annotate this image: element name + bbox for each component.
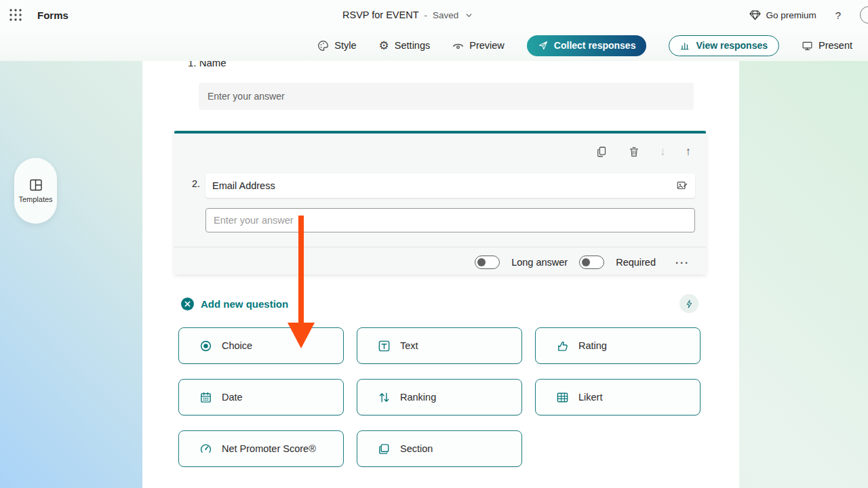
go-premium-button[interactable]: Go premium xyxy=(749,10,816,20)
copy-icon[interactable] xyxy=(596,146,608,158)
question-type-likert[interactable]: Likert xyxy=(535,379,701,415)
question-type-label: Text xyxy=(400,340,418,351)
settings-button[interactable]: ⚙ Settings xyxy=(379,40,431,52)
forms-app-window: Forms RSVP for EVENT - Saved Go premium … xyxy=(0,0,868,488)
lightning-bolt-icon xyxy=(685,300,694,308)
question-toolbar: ↓ ↑ xyxy=(596,146,691,158)
question-type-nps[interactable]: Net Promoter Score® xyxy=(178,430,344,467)
add-new-question-label[interactable]: Add new question xyxy=(201,298,288,310)
question-2-number: 2. xyxy=(192,178,200,189)
question-2-card[interactable]: ↓ ↑ 2. Email Address Long answer Require… xyxy=(174,131,706,274)
question-2-title-field[interactable]: Email Address xyxy=(205,174,695,198)
monitor-icon xyxy=(802,40,813,52)
style-label: Style xyxy=(334,40,356,51)
help-button[interactable]: ? xyxy=(833,9,844,21)
preview-label: Preview xyxy=(469,40,505,51)
question-type-label: Section xyxy=(400,443,433,454)
top-right-group: Go premium ? xyxy=(749,0,863,30)
settings-label: Settings xyxy=(395,40,430,51)
likert-grid-icon xyxy=(556,391,569,404)
templates-label: Templates xyxy=(18,195,52,203)
question-type-grid: Choice Text Rating xyxy=(178,327,701,467)
long-answer-label: Long answer xyxy=(511,257,568,268)
move-up-icon[interactable]: ↑ xyxy=(686,146,692,158)
question-type-section[interactable]: Section xyxy=(357,430,522,467)
gear-icon: ⚙ xyxy=(379,40,389,52)
question-type-label: Likert xyxy=(578,392,602,403)
question-1-answer-input[interactable] xyxy=(199,83,694,110)
thumbs-up-icon xyxy=(556,340,569,352)
more-options-button[interactable]: ··· xyxy=(675,257,690,268)
view-responses-label: View responses xyxy=(696,40,768,51)
save-status: Saved xyxy=(433,10,458,20)
eye-icon xyxy=(452,40,464,52)
question-type-choice[interactable]: Choice xyxy=(178,327,344,364)
go-premium-label: Go premium xyxy=(766,10,816,20)
question-2-footer: Long answer Required ··· xyxy=(174,247,706,277)
calendar-icon xyxy=(199,391,212,404)
question-type-ranking[interactable]: Ranking xyxy=(357,379,522,415)
text-icon xyxy=(378,340,391,352)
question-2-answer-input[interactable] xyxy=(205,208,695,232)
templates-button[interactable]: Templates xyxy=(14,158,57,224)
form-title-group: RSVP for EVENT - Saved xyxy=(342,0,473,30)
present-button[interactable]: Present xyxy=(802,40,852,52)
title-separator: - xyxy=(425,10,427,20)
collect-responses-button[interactable]: Collect responses xyxy=(527,35,647,56)
bar-chart-icon xyxy=(680,41,690,51)
delete-icon[interactable] xyxy=(628,146,640,158)
insert-media-icon[interactable] xyxy=(676,180,688,192)
question-type-date[interactable]: Date xyxy=(178,379,344,415)
question-type-label: Net Promoter Score® xyxy=(222,443,316,454)
move-down-icon: ↓ xyxy=(660,146,666,158)
diamond-icon xyxy=(749,10,761,20)
command-toolbar: Style ⚙ Settings Preview Collect respons… xyxy=(0,30,868,61)
section-pages-icon xyxy=(378,443,391,455)
style-button[interactable]: Style xyxy=(317,40,356,52)
send-icon xyxy=(538,40,549,51)
palette-icon xyxy=(317,40,329,52)
radio-icon xyxy=(199,340,212,352)
chevron-down-icon[interactable] xyxy=(465,12,473,19)
ranking-arrows-icon xyxy=(378,391,391,404)
question-2-title-text: Email Address xyxy=(212,180,676,191)
waffle-menu-icon[interactable] xyxy=(9,8,22,22)
required-toggle[interactable] xyxy=(579,256,604,269)
preview-button[interactable]: Preview xyxy=(452,40,505,52)
add-new-question-row: Add new question xyxy=(142,292,739,315)
top-bar: Forms RSVP for EVENT - Saved Go premium … xyxy=(0,0,868,30)
gauge-icon xyxy=(199,443,212,455)
view-responses-button[interactable]: View responses xyxy=(669,35,779,56)
present-label: Present xyxy=(818,40,852,51)
app-name: Forms xyxy=(37,9,68,21)
templates-layout-icon xyxy=(29,178,43,192)
collect-responses-label: Collect responses xyxy=(554,40,636,51)
long-answer-toggle[interactable] xyxy=(475,256,500,269)
required-label: Required xyxy=(616,257,656,268)
question-type-rating[interactable]: Rating xyxy=(535,327,701,364)
form-title[interactable]: RSVP for EVENT xyxy=(342,9,419,20)
question-type-label: Rating xyxy=(578,340,607,351)
question-type-label: Ranking xyxy=(400,392,436,403)
question-type-text[interactable]: Text xyxy=(357,327,522,364)
collapse-add-question-icon[interactable] xyxy=(181,298,194,310)
question-type-label: Date xyxy=(222,392,243,403)
account-avatar[interactable] xyxy=(860,6,868,24)
form-editor-panel: 1. Name ↓ ↑ 2. Email Address xyxy=(142,58,739,488)
question-type-label: Choice xyxy=(222,340,252,351)
ai-suggest-button[interactable] xyxy=(679,294,698,313)
